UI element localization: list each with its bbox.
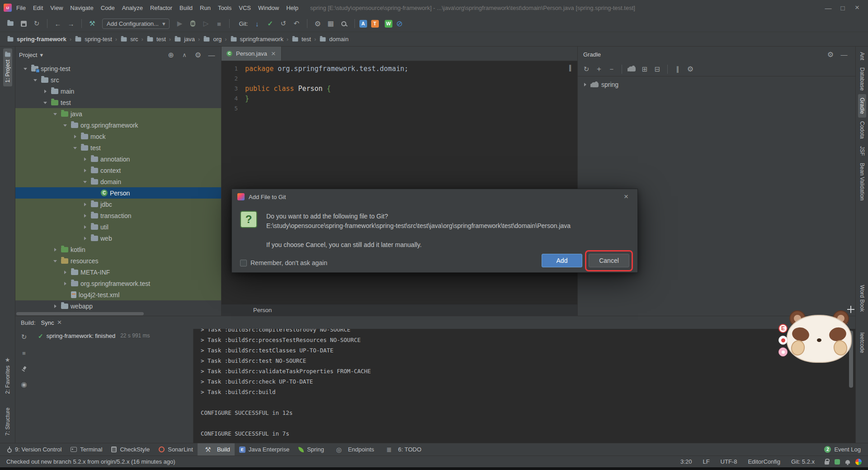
tree-expander-icon[interactable] xyxy=(72,144,79,152)
breadcrumb-item-test[interactable]: test xyxy=(289,35,313,43)
stripe-button-1-project[interactable]: 1: Project xyxy=(3,48,12,86)
word-book-plugin-icon[interactable] xyxy=(385,20,392,28)
toggle-offline-icon[interactable] xyxy=(672,63,684,75)
tree-row-java[interactable]: java xyxy=(15,108,221,119)
tree-row-test[interactable]: test xyxy=(15,142,221,153)
menu-tools[interactable]: Tools xyxy=(214,3,235,13)
stripe-button-7-structure[interactable]: 7: Structure xyxy=(4,404,12,439)
close-window-button[interactable] xyxy=(850,2,864,14)
lock-icon[interactable] xyxy=(825,461,829,465)
select-opened-file-icon[interactable] xyxy=(165,49,177,61)
tree-row-log4j2-test-xml[interactable]: log4j2-test.xml xyxy=(15,289,221,300)
notifications-bell-icon[interactable] xyxy=(845,460,850,464)
scrollbar-thumb[interactable] xyxy=(16,312,144,315)
back-icon[interactable] xyxy=(52,18,64,29)
git-history-icon[interactable] xyxy=(278,18,289,29)
stop-build-icon[interactable] xyxy=(19,348,28,357)
tree-expander-icon[interactable] xyxy=(62,269,69,276)
tree-row-resources[interactable]: resources xyxy=(15,255,221,266)
stripe-button-database[interactable]: Database xyxy=(858,64,866,94)
tree-expander-icon[interactable] xyxy=(52,257,59,265)
tree-expander-icon[interactable] xyxy=(23,65,29,72)
run-configuration-select[interactable]: Add Configuration... xyxy=(102,19,170,29)
debug-icon[interactable] xyxy=(187,18,198,29)
breadcrumb-item-springframework[interactable]: springframework xyxy=(228,35,286,43)
tree-row-util[interactable]: util xyxy=(15,221,221,233)
tab-person-java[interactable]: Person.java xyxy=(222,47,282,61)
menu-build[interactable]: Build xyxy=(176,3,196,13)
status-item-git-5-2-x[interactable]: Git: 5.2.x xyxy=(791,458,815,465)
menu-edit[interactable]: Edit xyxy=(29,3,47,13)
tree-row-meta-inf[interactable]: META-INF xyxy=(15,266,221,278)
tree-expander-icon[interactable] xyxy=(82,156,89,163)
minimize-button[interactable] xyxy=(821,2,835,14)
git-commit-icon[interactable] xyxy=(264,18,276,29)
tree-row-org-springframework-test[interactable]: org.springframework.test xyxy=(15,278,221,289)
tool-window-button-build[interactable]: Build xyxy=(198,443,235,456)
tree-expander-icon[interactable] xyxy=(52,303,59,310)
gradle-execute-icon[interactable] xyxy=(626,63,638,75)
gradle-detach-icon[interactable] xyxy=(606,63,618,75)
gradle-node-spring[interactable]: spring xyxy=(582,81,851,88)
collapse-all-gradle-icon[interactable] xyxy=(651,63,663,75)
close-sync-tab-icon[interactable] xyxy=(57,318,61,327)
dialog-close-icon[interactable] xyxy=(620,191,632,203)
eye-filter-icon[interactable] xyxy=(19,380,28,389)
breadcrumb-item-test[interactable]: test xyxy=(144,35,168,43)
codota-circle-icon[interactable] xyxy=(855,459,862,465)
project-structure-icon[interactable] xyxy=(325,18,337,29)
breadcrumb-item-src[interactable]: src xyxy=(118,35,140,43)
menu-navigate[interactable]: Navigate xyxy=(66,3,97,13)
collapse-all-icon[interactable] xyxy=(179,49,190,61)
tree-row-domain[interactable]: domain xyxy=(15,176,221,187)
tree-row-webapp[interactable]: webapp xyxy=(15,300,221,312)
project-view-dropdown-icon[interactable] xyxy=(40,52,43,58)
stripe-button-bean-validation[interactable]: Bean Validation xyxy=(858,159,866,204)
tool-window-button-checkstyle[interactable]: CheckStyle xyxy=(107,443,154,456)
forward-icon[interactable] xyxy=(65,18,77,29)
tree-row-test[interactable]: test xyxy=(15,97,221,108)
run-with-coverage-icon[interactable] xyxy=(200,18,212,29)
tree-row-org-springframework[interactable]: org.springframework xyxy=(15,119,221,131)
status-item-editorconfig[interactable]: EditorConfig xyxy=(748,458,780,465)
tool-window-button-6-todo[interactable]: 6: TODO xyxy=(379,443,426,456)
save-all-icon[interactable] xyxy=(18,18,29,29)
git-update-icon[interactable] xyxy=(251,18,263,29)
tree-expander-icon[interactable] xyxy=(33,76,39,84)
git-rollback-icon[interactable] xyxy=(291,18,302,29)
hide-project-panel-icon[interactable] xyxy=(206,49,217,61)
stripe-button-jsf[interactable]: JSF xyxy=(858,142,866,159)
tool-window-button-endpoints[interactable]: Endpoints xyxy=(329,443,379,456)
dialog-title-bar[interactable]: Add File to Git xyxy=(232,189,637,204)
tree-expander-icon[interactable] xyxy=(52,246,59,253)
tool-window-button-java-enterprise[interactable]: Java Enterprise xyxy=(235,443,294,456)
tree-row-main[interactable]: main xyxy=(15,85,221,97)
tree-expander-icon[interactable] xyxy=(82,235,89,242)
menu-refactor[interactable]: Refactor xyxy=(146,3,176,13)
tree-row-kotlin[interactable]: kotlin xyxy=(15,244,221,255)
open-icon[interactable] xyxy=(5,18,16,29)
cancel-button[interactable]: Cancel xyxy=(589,254,629,267)
breadcrumb-item-spring-test[interactable]: spring-test xyxy=(72,35,114,43)
tool-window-button-event-log[interactable]: 2Event Log xyxy=(820,443,865,456)
breadcrumb-item-spring-framework[interactable]: spring-framework xyxy=(5,35,69,43)
horizontal-scrollbar[interactable] xyxy=(15,312,221,316)
tree-row-mock[interactable]: mock xyxy=(15,131,221,142)
maximize-button[interactable] xyxy=(835,2,850,14)
update-available-icon[interactable] xyxy=(835,459,840,465)
add-button[interactable]: Add xyxy=(542,254,582,267)
gradle-attach-icon[interactable] xyxy=(593,63,605,75)
menu-run[interactable]: Run xyxy=(196,3,214,13)
tree-row-annotation[interactable]: annotation xyxy=(15,153,221,165)
tree-expander-icon[interactable] xyxy=(62,280,69,287)
tree-row-context[interactable]: context xyxy=(15,165,221,176)
tree-expander-icon[interactable] xyxy=(82,178,89,185)
stripe-button-codota[interactable]: Codota xyxy=(858,118,866,142)
menu-analyze[interactable]: Analyze xyxy=(118,3,146,13)
gradle-refresh-icon[interactable] xyxy=(580,63,592,75)
breadcrumb-item-java[interactable]: java xyxy=(172,35,197,43)
editor-breadcrumb-item[interactable]: Person xyxy=(253,307,272,313)
build-project-icon[interactable] xyxy=(86,18,98,29)
pin-icon[interactable] xyxy=(19,364,28,373)
run-icon[interactable] xyxy=(174,18,185,29)
